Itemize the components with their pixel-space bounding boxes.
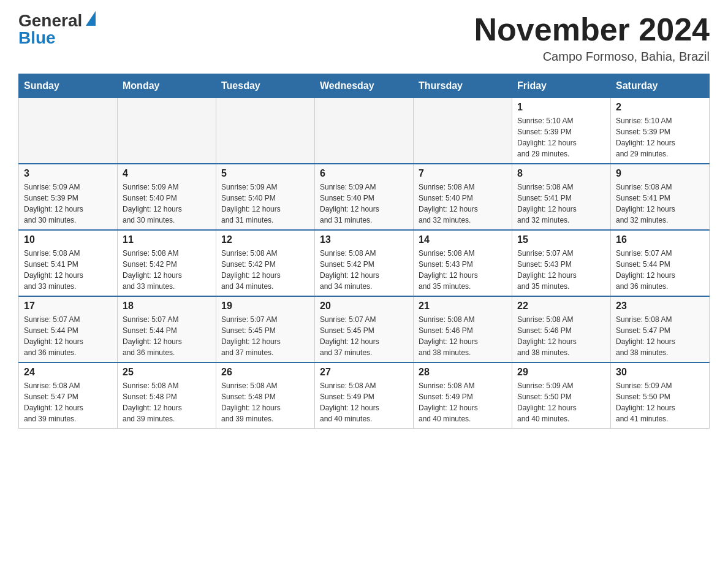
day-info: Sunrise: 5:08 AMSunset: 5:47 PMDaylight:… [24,380,112,424]
day-info: Sunrise: 5:08 AMSunset: 5:49 PMDaylight:… [419,380,507,424]
calendar-cell: 7Sunrise: 5:08 AMSunset: 5:40 PMDaylight… [414,164,512,230]
logo-blue-text: Blue [18,29,56,47]
logo-general-text: General [18,12,82,29]
day-number: 23 [616,301,704,312]
day-number: 21 [419,301,507,312]
calendar-cell: 18Sunrise: 5:07 AMSunset: 5:44 PMDayligh… [118,296,216,362]
day-info: Sunrise: 5:07 AMSunset: 5:44 PMDaylight:… [616,248,704,292]
calendar-cell [118,98,216,164]
calendar-cell: 30Sunrise: 5:09 AMSunset: 5:50 PMDayligh… [611,362,710,429]
day-number: 13 [320,234,408,245]
day-number: 10 [24,234,112,245]
day-info: Sunrise: 5:09 AMSunset: 5:50 PMDaylight:… [616,380,704,424]
calendar-cell: 26Sunrise: 5:08 AMSunset: 5:48 PMDayligh… [216,362,315,429]
day-number: 16 [616,234,704,245]
day-number: 6 [320,168,408,179]
day-number: 22 [517,301,605,312]
col-friday: Friday [512,74,611,98]
day-number: 8 [517,168,605,179]
col-thursday: Thursday [414,74,512,98]
calendar-cell: 21Sunrise: 5:08 AMSunset: 5:46 PMDayligh… [414,296,512,362]
calendar-cell: 3Sunrise: 5:09 AMSunset: 5:39 PMDaylight… [19,164,118,230]
calendar-cell: 15Sunrise: 5:07 AMSunset: 5:43 PMDayligh… [512,230,611,296]
calendar-cell: 5Sunrise: 5:09 AMSunset: 5:40 PMDaylight… [216,164,315,230]
calendar-cell: 27Sunrise: 5:08 AMSunset: 5:49 PMDayligh… [315,362,414,429]
calendar-cell: 4Sunrise: 5:09 AMSunset: 5:40 PMDaylight… [118,164,216,230]
calendar-cell: 20Sunrise: 5:07 AMSunset: 5:45 PMDayligh… [315,296,414,362]
day-info: Sunrise: 5:07 AMSunset: 5:45 PMDaylight:… [221,314,309,358]
day-info: Sunrise: 5:08 AMSunset: 5:42 PMDaylight:… [123,248,211,292]
day-info: Sunrise: 5:09 AMSunset: 5:40 PMDaylight:… [320,182,408,226]
calendar-cell [315,98,414,164]
day-info: Sunrise: 5:08 AMSunset: 5:42 PMDaylight:… [320,248,408,292]
calendar-cell: 8Sunrise: 5:08 AMSunset: 5:41 PMDaylight… [512,164,611,230]
day-info: Sunrise: 5:08 AMSunset: 5:48 PMDaylight:… [123,380,211,424]
day-info: Sunrise: 5:10 AMSunset: 5:39 PMDaylight:… [616,115,704,159]
calendar-cell: 2Sunrise: 5:10 AMSunset: 5:39 PMDaylight… [611,98,710,164]
day-number: 7 [419,168,507,179]
day-info: Sunrise: 5:08 AMSunset: 5:47 PMDaylight:… [616,314,704,358]
day-info: Sunrise: 5:09 AMSunset: 5:50 PMDaylight:… [517,380,605,424]
day-number: 15 [517,234,605,245]
calendar-header-row: Sunday Monday Tuesday Wednesday Thursday… [19,74,710,98]
calendar-cell: 29Sunrise: 5:09 AMSunset: 5:50 PMDayligh… [512,362,611,429]
day-number: 14 [419,234,507,245]
day-number: 24 [24,367,112,378]
calendar-cell [19,98,118,164]
day-number: 28 [419,367,507,378]
day-number: 1 [517,102,605,113]
col-sunday: Sunday [19,74,118,98]
day-number: 29 [517,367,605,378]
day-number: 17 [24,301,112,312]
col-tuesday: Tuesday [216,74,315,98]
day-info: Sunrise: 5:07 AMSunset: 5:44 PMDaylight:… [24,314,112,358]
day-number: 4 [123,168,211,179]
calendar-cell: 23Sunrise: 5:08 AMSunset: 5:47 PMDayligh… [611,296,710,362]
calendar-table: Sunday Monday Tuesday Wednesday Thursday… [18,74,710,429]
day-number: 11 [123,234,211,245]
page-header: General Blue November 2024 Campo Formoso… [18,12,710,64]
day-info: Sunrise: 5:08 AMSunset: 5:48 PMDaylight:… [221,380,309,424]
col-saturday: Saturday [611,74,710,98]
day-number: 2 [616,102,704,113]
day-info: Sunrise: 5:08 AMSunset: 5:42 PMDaylight:… [221,248,309,292]
day-number: 19 [221,301,309,312]
col-wednesday: Wednesday [315,74,414,98]
day-number: 30 [616,367,704,378]
calendar-cell [414,98,512,164]
col-monday: Monday [118,74,216,98]
calendar-cell: 28Sunrise: 5:08 AMSunset: 5:49 PMDayligh… [414,362,512,429]
day-number: 18 [123,301,211,312]
day-info: Sunrise: 5:09 AMSunset: 5:39 PMDaylight:… [24,182,112,226]
calendar-cell: 11Sunrise: 5:08 AMSunset: 5:42 PMDayligh… [118,230,216,296]
calendar-cell: 12Sunrise: 5:08 AMSunset: 5:42 PMDayligh… [216,230,315,296]
day-info: Sunrise: 5:08 AMSunset: 5:49 PMDaylight:… [320,380,408,424]
day-info: Sunrise: 5:08 AMSunset: 5:46 PMDaylight:… [419,314,507,358]
calendar-cell: 22Sunrise: 5:08 AMSunset: 5:46 PMDayligh… [512,296,611,362]
title-section: November 2024 Campo Formoso, Bahia, Braz… [474,12,710,64]
day-info: Sunrise: 5:08 AMSunset: 5:41 PMDaylight:… [616,182,704,226]
calendar-cell: 24Sunrise: 5:08 AMSunset: 5:47 PMDayligh… [19,362,118,429]
day-number: 26 [221,367,309,378]
day-info: Sunrise: 5:08 AMSunset: 5:41 PMDaylight:… [517,182,605,226]
calendar-cell [216,98,315,164]
day-info: Sunrise: 5:09 AMSunset: 5:40 PMDaylight:… [221,182,309,226]
day-number: 5 [221,168,309,179]
day-info: Sunrise: 5:07 AMSunset: 5:45 PMDaylight:… [320,314,408,358]
month-title: November 2024 [474,12,710,47]
day-number: 12 [221,234,309,245]
calendar-cell: 17Sunrise: 5:07 AMSunset: 5:44 PMDayligh… [19,296,118,362]
day-info: Sunrise: 5:09 AMSunset: 5:40 PMDaylight:… [123,182,211,226]
day-number: 3 [24,168,112,179]
logo-triangle-icon [86,11,96,26]
day-info: Sunrise: 5:07 AMSunset: 5:44 PMDaylight:… [123,314,211,358]
calendar-cell: 10Sunrise: 5:08 AMSunset: 5:41 PMDayligh… [19,230,118,296]
calendar-cell: 9Sunrise: 5:08 AMSunset: 5:41 PMDaylight… [611,164,710,230]
day-info: Sunrise: 5:07 AMSunset: 5:43 PMDaylight:… [517,248,605,292]
day-number: 27 [320,367,408,378]
day-info: Sunrise: 5:08 AMSunset: 5:41 PMDaylight:… [24,248,112,292]
calendar-cell: 25Sunrise: 5:08 AMSunset: 5:48 PMDayligh… [118,362,216,429]
day-number: 25 [123,367,211,378]
day-number: 9 [616,168,704,179]
location-subtitle: Campo Formoso, Bahia, Brazil [474,50,710,64]
